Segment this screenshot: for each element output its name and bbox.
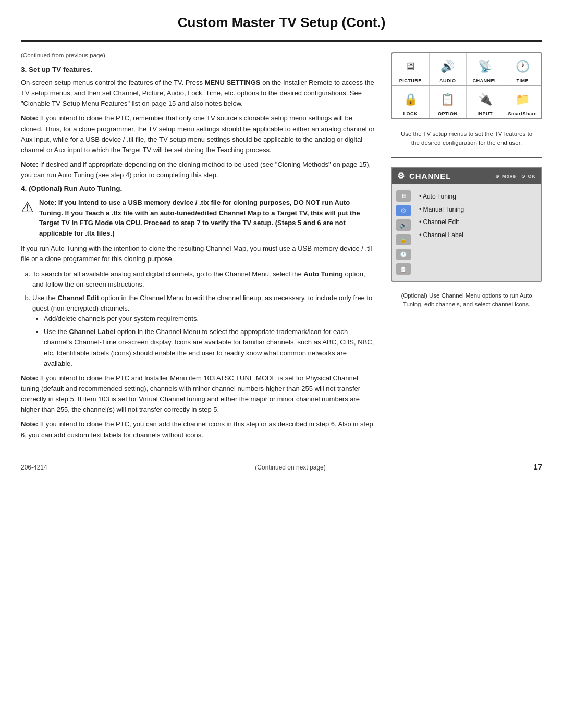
note-atsc: Note: If you intend to clone the PTC and… bbox=[21, 373, 375, 415]
icon-item-4: 🔒 bbox=[396, 234, 411, 245]
channel-menu-option-list: Auto Tuning Manual Tuning Channel Edit C… bbox=[415, 188, 541, 277]
menu-item-smartshare: 📁 SmartShare bbox=[504, 86, 542, 118]
nav-move: ⊕ Move bbox=[495, 174, 516, 179]
right-column-divider bbox=[391, 157, 542, 158]
channel-menu-nav: ⊕ Move ⊙ OK bbox=[495, 174, 536, 179]
menu-item-input: 🔌 INPUT bbox=[467, 86, 504, 118]
warning-block: ⚠ Note: If you intend to use a USB memor… bbox=[21, 198, 375, 238]
menu-item-option: 📋 OPTION bbox=[430, 86, 467, 118]
input-label: INPUT bbox=[478, 111, 493, 116]
icon-item-6: 📋 bbox=[396, 263, 411, 275]
channel-label: CHANNEL bbox=[473, 78, 498, 83]
warning-icon: ⚠ bbox=[21, 199, 34, 216]
channel-icon: 📡 bbox=[475, 58, 495, 75]
picture-icon: 🖥 bbox=[400, 58, 420, 75]
channel-menu-icon-list: 🖥 ⚙ 🔊 🔒 🕐 📋 bbox=[392, 188, 415, 277]
icon-item-3: 🔊 bbox=[396, 219, 411, 231]
section-3-heading: 3. Set up TV features. bbox=[21, 66, 375, 73]
option-auto-tuning: Auto Tuning bbox=[419, 190, 537, 203]
menu-item-time: 🕐 TIME bbox=[504, 53, 542, 85]
step-b: Use the Channel Edit option in the Chann… bbox=[32, 293, 375, 369]
doc-number: 206-4214 bbox=[21, 464, 47, 471]
nav-ok: ⊙ OK bbox=[521, 174, 536, 179]
warning-text: Note: If you intend to use a USB memory … bbox=[39, 198, 375, 238]
menu-item-lock: 🔒 LOCK bbox=[392, 86, 430, 118]
step-list: To search for all available analog and d… bbox=[32, 269, 375, 369]
page-number: 17 bbox=[533, 462, 542, 471]
bullet-add-delete: Add/delete channels per your system requ… bbox=[44, 314, 375, 324]
channel-menu-mockup: ⚙ CHANNEL ⊕ Move ⊙ OK 🖥 ⚙ 🔊 🔒 🕐 📋 Auto bbox=[391, 167, 542, 282]
lock-icon: 🔒 bbox=[400, 91, 420, 108]
icon-item-5: 🕐 bbox=[396, 249, 411, 260]
left-column: (Continued from previous page) 3. Set up… bbox=[21, 52, 375, 445]
option-channel-label: Channel Label bbox=[419, 229, 537, 241]
icon-item-2: ⚙ bbox=[396, 205, 411, 216]
time-label: TIME bbox=[517, 78, 529, 83]
channel-menu-caption: (Optional) Use Channel Menu options to r… bbox=[391, 288, 542, 316]
tv-menu-row1: 🖥 PICTURE 🔊 AUDIO 📡 CHANNEL 🕐 TIME bbox=[392, 53, 541, 86]
channel-menu-body: 🖥 ⚙ 🔊 🔒 🕐 📋 Auto Tuning Manual Tuning Ch… bbox=[392, 184, 541, 281]
section-3-para-1: On-screen setup menus control the featur… bbox=[21, 78, 375, 109]
page-title: Custom Master TV Setup (Cont.) bbox=[31, 15, 532, 31]
section-3-note-2: Note: If desired and if appropriate depe… bbox=[21, 159, 375, 180]
option-icon: 📋 bbox=[438, 91, 458, 108]
option-manual-tuning: Manual Tuning bbox=[419, 203, 537, 216]
section-4-intro: If you run Auto Tuning with the intentio… bbox=[21, 243, 375, 264]
smartshare-label: SmartShare bbox=[508, 111, 537, 116]
menu-item-audio: 🔊 AUDIO bbox=[430, 53, 467, 85]
bullet-channel-label: Use the Channel Label option in the Chan… bbox=[44, 327, 375, 369]
page-footer: 206-4214 (Continued on next page) 17 bbox=[0, 455, 563, 480]
note-icons: Note: If you intend to clone the PTC, yo… bbox=[21, 419, 375, 440]
smartshare-icon: 📁 bbox=[512, 91, 532, 108]
input-icon: 🔌 bbox=[475, 91, 495, 108]
option-channel-edit: Channel Edit bbox=[419, 216, 537, 228]
channel-menu-header: ⚙ CHANNEL ⊕ Move ⊙ OK bbox=[392, 168, 541, 184]
continued-from-note: (Continued from previous page) bbox=[21, 52, 375, 58]
step-b-bullets: Add/delete channels per your system requ… bbox=[44, 314, 375, 369]
menu-item-channel: 📡 CHANNEL bbox=[467, 53, 504, 85]
tv-menu-caption: Use the TV setup menus to set the TV fea… bbox=[391, 126, 542, 155]
audio-label: AUDIO bbox=[439, 78, 456, 83]
time-icon: 🕐 bbox=[512, 58, 532, 75]
section-4-heading: 4. (Optional) Run Auto Tuning. bbox=[21, 184, 375, 192]
lock-label: LOCK bbox=[403, 111, 418, 116]
menu-item-picture: 🖥 PICTURE bbox=[392, 53, 430, 85]
channel-menu-title: CHANNEL bbox=[409, 171, 451, 180]
page-header: Custom Master TV Setup (Cont.) bbox=[0, 0, 563, 40]
right-column: 🖥 PICTURE 🔊 AUDIO 📡 CHANNEL 🕐 TIME bbox=[391, 52, 542, 445]
picture-label: PICTURE bbox=[399, 78, 422, 83]
tv-menu-row2: 🔒 LOCK 📋 OPTION 🔌 INPUT 📁 SmartShare bbox=[392, 86, 541, 118]
continued-on-next: (Continued on next page) bbox=[255, 464, 325, 471]
option-label: OPTION bbox=[438, 111, 458, 116]
section-3-note-1: Note: If you intend to clone the PTC, re… bbox=[21, 113, 375, 155]
audio-icon: 🔊 bbox=[438, 58, 458, 75]
tv-menu-mockup: 🖥 PICTURE 🔊 AUDIO 📡 CHANNEL 🕐 TIME bbox=[391, 52, 542, 119]
step-a: To search for all available analog and d… bbox=[32, 269, 375, 290]
channel-header-icon: ⚙ bbox=[397, 171, 405, 181]
icon-item-1: 🖥 bbox=[396, 190, 411, 202]
